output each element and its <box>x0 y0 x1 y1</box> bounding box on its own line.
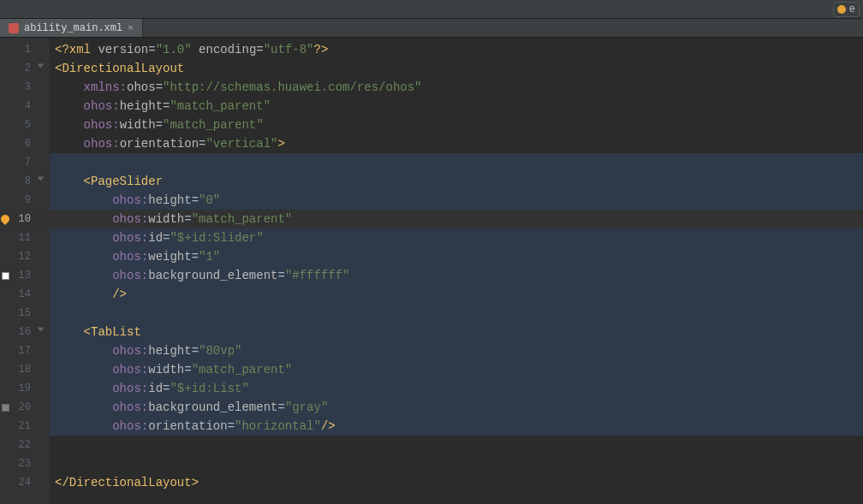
line-number[interactable]: 18 <box>10 360 50 379</box>
code-line[interactable]: ohos:weight="1" <box>50 247 863 266</box>
code-line[interactable]: ohos:id="$+id:Slider" <box>50 228 863 247</box>
code-line[interactable]: </DirectionalLayout> <box>50 473 863 492</box>
line-number[interactable]: 6 <box>10 134 50 153</box>
code-line[interactable]: ohos:width="match_parent" <box>50 116 863 134</box>
code-line[interactable]: ohos:orientation="horizontal"/> <box>50 417 863 436</box>
fold-icon[interactable] <box>39 62 46 70</box>
tab-filename: ability_main.xml <box>24 22 122 34</box>
editor-area[interactable]: 1 2 3 4 5 6 7 8 9 10 11 12 13 14 15 16 1… <box>0 38 863 504</box>
line-number[interactable]: 23 <box>10 454 50 473</box>
line-number[interactable]: 3 <box>10 78 50 97</box>
line-number[interactable]: 7 <box>10 153 50 172</box>
scrollbar[interactable] <box>854 38 863 504</box>
line-number[interactable]: 8 <box>10 172 50 191</box>
tab-ability-main[interactable]: ability_main.xml × <box>0 19 143 37</box>
fold-icon[interactable] <box>39 326 46 334</box>
hint-bulb-icon[interactable] <box>0 210 10 228</box>
color-swatch-white <box>0 266 10 285</box>
line-number[interactable]: 9 <box>10 191 50 210</box>
line-number[interactable]: 5 <box>10 116 50 134</box>
marker-strip <box>0 38 10 504</box>
line-number[interactable]: 13 <box>10 266 50 285</box>
code-line[interactable] <box>50 454 863 473</box>
close-icon[interactable]: × <box>128 23 134 33</box>
code-line[interactable] <box>50 436 863 454</box>
code-line[interactable]: ohos:height="0" <box>50 191 863 210</box>
code-line[interactable]: xmlns:ohos="http://schemas.huawei.com/re… <box>50 78 863 97</box>
top-toolbar: e <box>0 0 863 19</box>
code-line[interactable]: ohos:height="80vp" <box>50 341 863 360</box>
code-line[interactable]: ohos:id="$+id:List" <box>50 379 863 398</box>
line-number[interactable]: 10 <box>10 210 50 228</box>
code-line[interactable]: ohos:background_element="gray" <box>50 398 863 417</box>
code-line[interactable]: /> <box>50 285 863 304</box>
toolbar-right: e <box>833 2 860 17</box>
line-number[interactable]: 19 <box>10 379 50 398</box>
line-number-gutter[interactable]: 1 2 3 4 5 6 7 8 9 10 11 12 13 14 15 16 1… <box>10 38 50 504</box>
code-line[interactable]: ohos:orientation="vertical"> <box>50 134 863 153</box>
code-line[interactable]: ohos:background_element="#ffffff" <box>50 266 863 285</box>
line-number[interactable]: 22 <box>10 436 50 454</box>
line-number[interactable]: 20 <box>10 398 50 417</box>
line-number[interactable]: 2 <box>10 59 50 78</box>
line-number[interactable]: 16 <box>10 323 50 341</box>
line-number[interactable]: 21 <box>10 417 50 436</box>
device-icon <box>837 5 846 14</box>
code-line[interactable] <box>50 153 863 172</box>
toolbar-right-label: e <box>849 3 855 15</box>
line-number[interactable]: 15 <box>10 304 50 323</box>
toolbar-device-widget[interactable]: e <box>833 2 860 17</box>
line-number[interactable]: 11 <box>10 228 50 247</box>
code-line[interactable]: <?xml version="1.0" encoding="utf-8"?> <box>50 40 863 59</box>
fold-icon[interactable] <box>39 175 46 183</box>
code-line[interactable]: <PageSlider <box>50 172 863 191</box>
line-number[interactable]: 14 <box>10 285 50 304</box>
xml-file-icon <box>9 23 19 33</box>
line-number[interactable]: 24 <box>10 473 50 492</box>
code-line[interactable]: ohos:height="match_parent" <box>50 97 863 116</box>
code-line[interactable] <box>50 304 863 323</box>
line-number[interactable]: 12 <box>10 247 50 266</box>
code-line[interactable]: ohos:width="match_parent" <box>50 360 863 379</box>
line-number[interactable]: 17 <box>10 341 50 360</box>
code-line[interactable]: ohos:width="match_parent" <box>50 210 863 228</box>
code-line[interactable]: <DirectionalLayout <box>50 59 863 78</box>
line-number[interactable]: 4 <box>10 97 50 116</box>
code-content[interactable]: <?xml version="1.0" encoding="utf-8"?> <… <box>50 38 863 504</box>
color-swatch-gray <box>0 398 10 417</box>
code-line[interactable]: <TabList <box>50 323 863 341</box>
editor-tab-bar: ability_main.xml × <box>0 19 863 38</box>
line-number[interactable]: 1 <box>10 40 50 59</box>
